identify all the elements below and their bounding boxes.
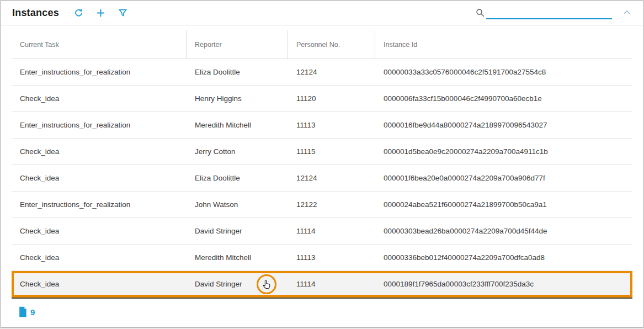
- cell-reporter: Henry Higgins: [187, 86, 288, 112]
- footer: 9: [1, 299, 643, 317]
- search-icon: [474, 6, 486, 19]
- cell-instance-id: 000001d5bea0e9c20000274a2209a700a4911c1b: [375, 139, 632, 164]
- cell-current-task: Check_idea: [12, 139, 187, 164]
- cell-reporter: Jerry Cotton: [187, 139, 288, 164]
- refresh-button[interactable]: [71, 5, 87, 20]
- table-body: Enter_instructions_for_realization Eliza…: [12, 59, 632, 298]
- table-row[interactable]: Check_idea Eliza Doolittle 12124 000001f…: [12, 165, 632, 192]
- cell-instance-id: 000001f6bea20e0a0000274a2209a700a906d77f: [375, 165, 632, 191]
- instance-count: 9: [30, 307, 35, 317]
- cell-personnel-no: 11113: [288, 245, 375, 270]
- cell-current-task: Check_idea: [12, 271, 187, 297]
- cell-current-task: Enter_instructions_for_realization: [12, 112, 187, 138]
- table-row[interactable]: Check_idea David Stringer 11114 0000189f…: [12, 271, 632, 298]
- search-input[interactable]: [486, 7, 612, 19]
- cell-current-task: Check_idea: [12, 165, 187, 191]
- table-row[interactable]: Check_idea Jerry Cotton 11115 000001d5be…: [12, 139, 632, 165]
- cell-current-task: Check_idea: [12, 245, 187, 270]
- cell-personnel-no: 11115: [288, 139, 375, 164]
- cell-instance-id: 00000033a33c0576000046c2f5191700a27554c8: [375, 59, 632, 85]
- add-instance-button[interactable]: [93, 5, 109, 20]
- cell-instance-id: 00000336beb012f40000274a2209a700dfca0ad8: [375, 245, 632, 270]
- cell-personnel-no: 12124: [288, 59, 375, 85]
- filter-button[interactable]: [115, 5, 131, 20]
- cell-instance-id: 0000016fbe9d44a80000274a2189970096543027: [375, 112, 632, 138]
- instances-window: Instances: [1, 0, 643, 328]
- table-row[interactable]: Check_idea Henry Higgins 11120 0000006fa…: [12, 86, 632, 112]
- column-header-reporter: Reporter: [187, 30, 288, 59]
- cell-reporter: Meredith Mitchell: [187, 245, 288, 270]
- cell-personnel-no: 12122: [288, 192, 375, 217]
- page-title: Instances: [12, 7, 59, 19]
- cell-current-task: Check_idea: [12, 86, 187, 112]
- cell-reporter: John Watson: [187, 192, 288, 217]
- cell-current-task: Enter_instructions_for_realization: [12, 192, 187, 217]
- refresh-icon: [73, 8, 84, 18]
- column-header-instance-id: Instance Id: [375, 30, 632, 59]
- collapse-panel-button[interactable]: [620, 6, 634, 20]
- cell-instance-id: 0000006fa33cf15b000046c2f4990700a60ecb1e: [375, 86, 632, 112]
- table-row[interactable]: Check_idea David Stringer 11114 00000303…: [12, 218, 632, 245]
- plus-icon: [95, 8, 106, 18]
- cell-personnel-no: 12124: [288, 165, 375, 191]
- cell-reporter: David Stringer: [187, 271, 288, 297]
- search-group: [474, 6, 612, 19]
- table-header-row: Current Task Reporter Personnel No. Inst…: [12, 30, 632, 59]
- cell-current-task: Enter_instructions_for_realization: [12, 59, 187, 85]
- document-count-icon: [18, 306, 28, 317]
- cell-current-task: Check_idea: [12, 218, 187, 244]
- column-header-current-task: Current Task: [12, 30, 187, 59]
- cell-personnel-no: 11113: [288, 112, 375, 138]
- cell-instance-id: 0000189f1f7965da00003cf233fff700f235da3c: [375, 271, 632, 297]
- cell-reporter: Eliza Doolittle: [187, 165, 288, 191]
- instances-table: Current Task Reporter Personnel No. Inst…: [12, 30, 632, 299]
- table-row[interactable]: Check_idea Meredith Mitchell 11113 00000…: [12, 245, 632, 271]
- cell-instance-id: 00000303bead26ba0000274a2209a700d45f44de: [375, 218, 632, 244]
- cell-reporter: David Stringer: [187, 218, 288, 244]
- chevron-up-icon: [622, 7, 632, 19]
- cell-personnel-no: 11114: [288, 218, 375, 244]
- table-row[interactable]: Enter_instructions_for_realization John …: [12, 192, 632, 218]
- filter-icon: [118, 8, 128, 18]
- table-row[interactable]: Enter_instructions_for_realization Mered…: [12, 112, 632, 139]
- cell-reporter: Meredith Mitchell: [187, 112, 288, 138]
- cell-reporter: Eliza Doolittle: [187, 59, 288, 85]
- table-row[interactable]: Enter_instructions_for_realization Eliza…: [12, 59, 632, 86]
- cell-personnel-no: 11114: [288, 271, 375, 297]
- cell-instance-id: 0000024abea521f60000274a21899700b50ca9a1: [375, 192, 632, 217]
- toolbar: Instances: [1, 1, 643, 25]
- column-header-personnel-no: Personnel No.: [288, 30, 375, 59]
- cell-personnel-no: 11120: [288, 86, 375, 112]
